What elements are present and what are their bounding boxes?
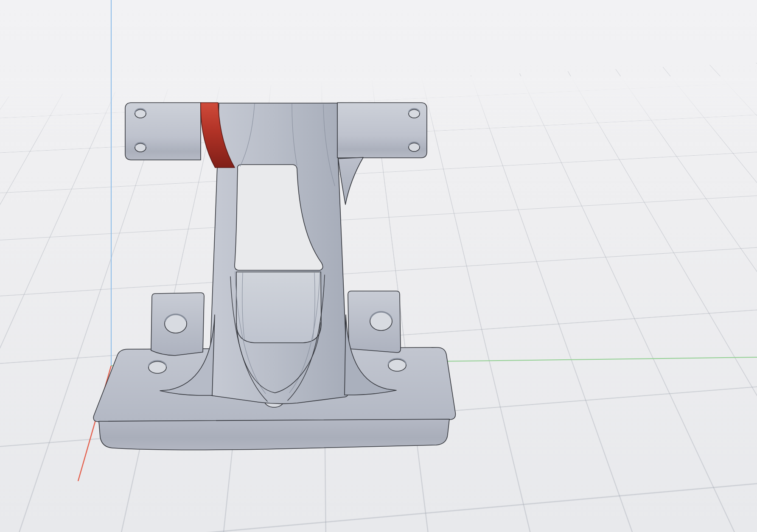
- cad-viewport[interactable]: [0, 0, 757, 532]
- plate-hole[interactable]: [409, 109, 420, 118]
- base-hole[interactable]: [388, 359, 406, 371]
- right-gusset-face[interactable]: [338, 157, 363, 204]
- part-mounting-bracket: [93, 103, 455, 450]
- base-front-face[interactable]: [99, 419, 449, 450]
- base-hole[interactable]: [149, 361, 166, 373]
- scene-svg: [0, 0, 757, 532]
- plate-hole[interactable]: [135, 109, 146, 118]
- pocket-face[interactable]: [236, 272, 321, 343]
- plate-hole[interactable]: [135, 143, 146, 152]
- plate-hole[interactable]: [409, 143, 420, 151]
